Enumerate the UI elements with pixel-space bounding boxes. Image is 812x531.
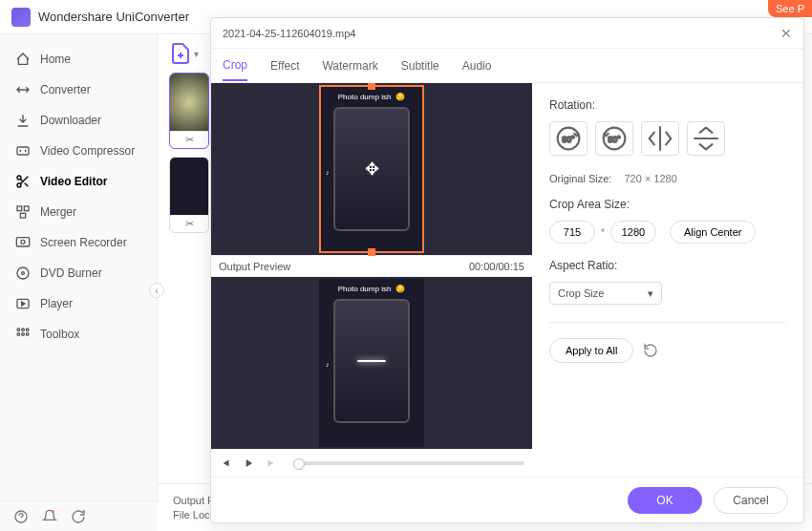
flip-horizontal-button[interactable]: [641, 121, 679, 156]
player-controls: [211, 449, 532, 477]
sidebar-item-player[interactable]: Player: [0, 288, 157, 319]
apply-to-all-button[interactable]: Apply to All: [549, 338, 633, 363]
ok-button[interactable]: OK: [628, 487, 702, 514]
svg-point-1: [17, 176, 21, 180]
help-icon[interactable]: [13, 509, 29, 524]
output-frame: Photo dump ish 😏 ♪: [319, 279, 424, 447]
svg-rect-0: [17, 147, 29, 155]
move-icon[interactable]: ✥: [365, 159, 379, 180]
svg-point-18: [52, 510, 54, 513]
output-preview-bar: Output Preview 00:00/00:15: [211, 255, 532, 277]
svg-point-16: [26, 333, 29, 336]
recorder-icon: [15, 235, 31, 250]
sidebar-item-label: Merger: [40, 205, 76, 219]
prev-frame-button[interactable]: [219, 457, 232, 470]
modal-filename: 2021-04-25-112604019.mp4: [223, 28, 355, 39]
sidebar-item-dvd-burner[interactable]: DVD Burner: [0, 258, 157, 288]
timecode: 00:00/00:15: [469, 261, 524, 272]
sidebar-item-screen-recorder[interactable]: Screen Recorder: [0, 227, 157, 258]
tab-effect[interactable]: Effect: [270, 52, 299, 80]
add-dropdown-caret[interactable]: ▾: [194, 49, 199, 59]
original-size-value: 720 × 1280: [624, 173, 676, 184]
thumbnail-cut-icon[interactable]: ✂: [170, 131, 208, 148]
reset-icon[interactable]: [643, 343, 658, 358]
sidebar-item-label: Toolbox: [40, 328, 79, 341]
crop-size-row: * Align Center: [549, 221, 786, 244]
add-file-icon[interactable]: [169, 42, 192, 65]
svg-point-15: [22, 333, 25, 336]
svg-rect-3: [17, 206, 22, 211]
crop-frame[interactable]: Photo dump ish 😏 ♪ ✥: [319, 85, 424, 253]
svg-rect-5: [20, 213, 25, 218]
output-preview: Photo dump ish 😏 ♪: [211, 277, 532, 449]
modal-close-button[interactable]: ✕: [780, 26, 792, 41]
flip-vertical-button[interactable]: [687, 121, 725, 156]
tab-crop[interactable]: Crop: [223, 51, 247, 81]
toolbox-icon: [15, 327, 31, 342]
modal-tabs: Crop Effect Watermark Subtitle Audio: [211, 49, 803, 83]
scissors-icon: [15, 174, 31, 189]
sidebar-item-label: Video Compressor: [40, 144, 135, 158]
sidebar-item-merger[interactable]: Merger: [0, 197, 157, 227]
modal-footer: OK Cancel: [211, 477, 803, 522]
svg-point-13: [26, 329, 29, 331]
tiktok-badge: ♪: [326, 169, 330, 176]
tab-watermark[interactable]: Watermark: [322, 52, 377, 80]
sidebar-item-toolbox[interactable]: Toolbox: [0, 319, 157, 350]
tab-subtitle[interactable]: Subtitle: [401, 52, 439, 80]
rotation-label: Rotation:: [549, 98, 786, 112]
sidebar-item-video-editor[interactable]: Video Editor: [0, 166, 157, 197]
svg-text:90°: 90°: [609, 135, 621, 144]
sidebar-item-label: Downloader: [40, 114, 101, 127]
sidebar-item-label: DVD Burner: [40, 266, 102, 280]
svg-point-2: [17, 183, 21, 187]
sidebar-item-label: Player: [40, 297, 73, 310]
sidebar-item-label: Home: [40, 53, 71, 66]
rotate-ccw-button[interactable]: 90°: [595, 121, 633, 156]
dvd-icon: [15, 266, 31, 281]
cancel-button[interactable]: Cancel: [714, 487, 788, 514]
crop-width-input[interactable]: [549, 221, 595, 244]
thumbnail-cut-icon[interactable]: ✂: [170, 215, 208, 232]
svg-text:90°: 90°: [563, 135, 575, 144]
thumbnail-image: [170, 158, 208, 215]
divider: [549, 322, 786, 323]
compressor-icon: [15, 143, 31, 159]
aspect-ratio-select[interactable]: Crop Size ▾: [549, 282, 662, 305]
home-icon: [15, 52, 31, 67]
align-center-button[interactable]: Align Center: [670, 221, 757, 244]
preview-column: Photo dump ish 😏 ♪ ✥ Output Preview 00:0…: [211, 83, 532, 477]
player-icon: [15, 296, 31, 311]
download-icon: [15, 113, 31, 128]
see-plans-label: See P: [776, 3, 804, 14]
thumbnail-image: [170, 74, 208, 131]
sidebar-item-label: Converter: [40, 83, 91, 96]
sidebar-item-downloader[interactable]: Downloader: [0, 105, 157, 136]
see-plans-button[interactable]: See P: [768, 0, 812, 17]
svg-point-11: [17, 329, 20, 331]
scrubber[interactable]: [293, 461, 524, 465]
tab-audio[interactable]: Audio: [462, 52, 492, 80]
crop-height-input[interactable]: [610, 221, 656, 244]
thumbnail-card[interactable]: ✂: [169, 157, 209, 233]
output-preview-label: Output Preview: [219, 261, 290, 272]
thumbnail-card[interactable]: ✂: [169, 73, 209, 149]
converter-icon: [15, 82, 31, 97]
tiktok-badge: ♪: [326, 361, 330, 368]
bell-icon[interactable]: [42, 509, 57, 524]
svg-point-8: [17, 267, 29, 279]
sidebar-item-converter[interactable]: Converter: [0, 74, 157, 105]
sidebar-item-compressor[interactable]: Video Compressor: [0, 136, 157, 166]
apply-row: Apply to All: [549, 338, 786, 363]
next-frame-button[interactable]: [265, 457, 278, 470]
original-size-label: Original Size:: [549, 173, 611, 184]
frame-text: Photo dump ish 😏: [338, 93, 405, 101]
source-preview[interactable]: Photo dump ish 😏 ♪ ✥: [211, 83, 532, 255]
feedback-icon[interactable]: [71, 509, 86, 524]
svg-point-9: [22, 272, 25, 275]
play-button[interactable]: [242, 457, 255, 470]
svg-rect-4: [24, 206, 29, 211]
statusbar: [0, 500, 158, 531]
sidebar-item-home[interactable]: Home: [0, 44, 157, 74]
rotate-cw-button[interactable]: 90°: [549, 121, 588, 156]
